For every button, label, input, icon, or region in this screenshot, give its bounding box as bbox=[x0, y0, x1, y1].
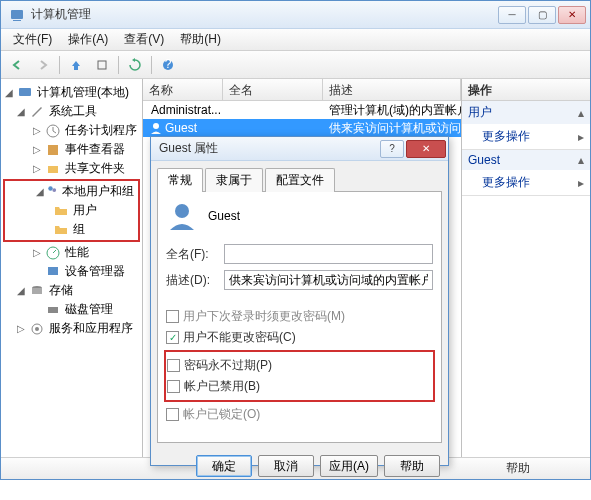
checkbox-icon bbox=[166, 331, 179, 344]
svg-rect-2 bbox=[98, 61, 106, 69]
tree-pane[interactable]: ◢ 计算机管理(本地) ◢ 系统工具 ▷ 任务计划程序 ▷ 事件查看器 ▷ bbox=[1, 79, 143, 457]
list-header: 名称 全名 描述 bbox=[143, 79, 461, 101]
cancel-button[interactable]: 取消 bbox=[258, 455, 314, 477]
checkbox-must-change: 用户下次登录时须更改密码(M) bbox=[166, 308, 433, 325]
actions-section-users: 用户 ▴ 更多操作 ▸ bbox=[462, 101, 590, 150]
actions-more-guest[interactable]: 更多操作 ▸ bbox=[462, 170, 590, 195]
chevron-right-icon: ▸ bbox=[578, 130, 584, 144]
tree-node-services-apps[interactable]: ▷ 服务和应用程序 bbox=[1, 319, 142, 338]
folder-icon bbox=[53, 222, 69, 238]
svg-point-19 bbox=[153, 123, 159, 129]
expand-icon[interactable]: ▷ bbox=[31, 163, 43, 174]
tree-node-local-users-groups[interactable]: ◢ 本地用户和组 bbox=[5, 182, 138, 201]
highlight-local-users: ◢ 本地用户和组 用户 组 bbox=[3, 179, 140, 242]
toolbar-separator bbox=[59, 56, 60, 74]
actions-section-title-users[interactable]: 用户 ▴ bbox=[462, 101, 590, 124]
checkbox-icon bbox=[166, 408, 179, 421]
svg-rect-12 bbox=[48, 267, 58, 275]
users-icon bbox=[46, 184, 58, 200]
tree-node-system-tools[interactable]: ◢ 系统工具 bbox=[1, 102, 142, 121]
svg-text:?: ? bbox=[165, 58, 172, 71]
col-desc[interactable]: 描述 bbox=[323, 79, 461, 100]
refresh-button[interactable] bbox=[123, 54, 147, 76]
tab-profile[interactable]: 配置文件 bbox=[265, 168, 335, 192]
svg-rect-1 bbox=[13, 20, 21, 21]
tab-memberof[interactable]: 隶属于 bbox=[205, 168, 263, 192]
tree-node-groups[interactable]: 组 bbox=[5, 220, 138, 239]
window-title: 计算机管理 bbox=[31, 6, 498, 23]
back-button[interactable] bbox=[5, 54, 29, 76]
tree-node-device-manager[interactable]: 设备管理器 bbox=[1, 262, 142, 281]
dialog-tabs: 常规 隶属于 配置文件 bbox=[151, 161, 448, 191]
checkbox-icon bbox=[166, 310, 179, 323]
tree-node-root[interactable]: ◢ 计算机管理(本地) bbox=[1, 83, 142, 102]
list-row-guest[interactable]: Guest 供来宾访问计算机或访问域的内 bbox=[143, 119, 461, 137]
tree-node-performance[interactable]: ▷ 性能 bbox=[1, 243, 142, 262]
menu-file[interactable]: 文件(F) bbox=[5, 29, 60, 50]
help-button[interactable]: 帮助 bbox=[384, 455, 440, 477]
checkbox-never-expire[interactable]: 密码永不过期(P) bbox=[167, 357, 432, 374]
tree-node-task-scheduler[interactable]: ▷ 任务计划程序 bbox=[1, 121, 142, 140]
disk-icon bbox=[45, 302, 61, 318]
menu-help[interactable]: 帮助(H) bbox=[172, 29, 229, 50]
checkbox-locked: 帐户已锁定(O) bbox=[166, 406, 433, 423]
menu-view[interactable]: 查看(V) bbox=[116, 29, 172, 50]
help-button[interactable]: ? bbox=[156, 54, 180, 76]
svg-point-10 bbox=[52, 188, 56, 192]
svg-rect-7 bbox=[48, 145, 58, 155]
dialog-title: Guest 属性 bbox=[159, 140, 380, 157]
dialog-buttons: 确定 取消 应用(A) 帮助 bbox=[151, 449, 448, 483]
actions-more-users[interactable]: 更多操作 ▸ bbox=[462, 124, 590, 149]
col-fullname[interactable]: 全名 bbox=[223, 79, 323, 100]
fullname-input[interactable] bbox=[224, 244, 433, 264]
clock-icon bbox=[45, 123, 61, 139]
folder-icon bbox=[53, 203, 69, 219]
collapse-icon[interactable]: ◢ bbox=[35, 186, 44, 197]
forward-button[interactable] bbox=[31, 54, 55, 76]
user-large-icon bbox=[166, 200, 198, 232]
menu-action[interactable]: 操作(A) bbox=[60, 29, 116, 50]
col-name[interactable]: 名称 bbox=[143, 79, 223, 100]
desc-input[interactable] bbox=[224, 270, 433, 290]
ok-button[interactable]: 确定 bbox=[196, 455, 252, 477]
expand-icon[interactable]: ▷ bbox=[15, 323, 27, 334]
expand-icon[interactable]: ▷ bbox=[31, 144, 43, 155]
actions-pane: 操作 用户 ▴ 更多操作 ▸ Guest ▴ 更多操作 ▸ bbox=[462, 79, 590, 457]
collapse-icon[interactable]: ◢ bbox=[3, 87, 15, 98]
close-button[interactable]: ✕ bbox=[558, 6, 586, 24]
maximize-button[interactable]: ▢ bbox=[528, 6, 556, 24]
performance-icon bbox=[45, 245, 61, 261]
actions-section-guest: Guest ▴ 更多操作 ▸ bbox=[462, 150, 590, 196]
desc-label: 描述(D): bbox=[166, 272, 218, 289]
titlebar: 计算机管理 ─ ▢ ✕ bbox=[1, 1, 590, 29]
actions-section-title-guest[interactable]: Guest ▴ bbox=[462, 150, 590, 170]
dialog-close-button[interactable]: ✕ bbox=[406, 140, 446, 158]
properties-button[interactable] bbox=[90, 54, 114, 76]
checkbox-disabled[interactable]: 帐户已禁用(B) bbox=[167, 378, 432, 395]
chevron-right-icon: ▸ bbox=[578, 176, 584, 190]
expand-icon[interactable]: ▷ bbox=[31, 247, 43, 258]
up-button[interactable] bbox=[64, 54, 88, 76]
tools-icon bbox=[29, 104, 45, 120]
status-help: 帮助 bbox=[506, 460, 530, 477]
apply-button[interactable]: 应用(A) bbox=[320, 455, 378, 477]
svg-point-20 bbox=[175, 204, 189, 218]
tree-node-users[interactable]: 用户 bbox=[5, 201, 138, 220]
expand-icon[interactable]: ▷ bbox=[31, 125, 43, 136]
tree-node-storage[interactable]: ◢ 存储 bbox=[1, 281, 142, 300]
svg-rect-0 bbox=[11, 10, 23, 19]
collapse-icon[interactable]: ◢ bbox=[15, 285, 27, 296]
tree-node-event-viewer[interactable]: ▷ 事件查看器 bbox=[1, 140, 142, 159]
tab-general[interactable]: 常规 bbox=[157, 168, 203, 192]
list-row-administrator[interactable]: Administrat... 管理计算机(域)的内置帐户 bbox=[143, 101, 461, 119]
dialog-help-button[interactable]: ? bbox=[380, 140, 404, 158]
checkbox-icon bbox=[167, 380, 180, 393]
checkbox-cannot-change[interactable]: 用户不能更改密码(C) bbox=[166, 329, 433, 346]
tree-node-disk-management[interactable]: 磁盘管理 bbox=[1, 300, 142, 319]
svg-rect-8 bbox=[48, 166, 58, 173]
storage-icon bbox=[29, 283, 45, 299]
tree-node-shared-folders[interactable]: ▷ 共享文件夹 bbox=[1, 159, 142, 178]
collapse-icon[interactable]: ◢ bbox=[15, 106, 27, 117]
minimize-button[interactable]: ─ bbox=[498, 6, 526, 24]
fullname-label: 全名(F): bbox=[166, 246, 218, 263]
